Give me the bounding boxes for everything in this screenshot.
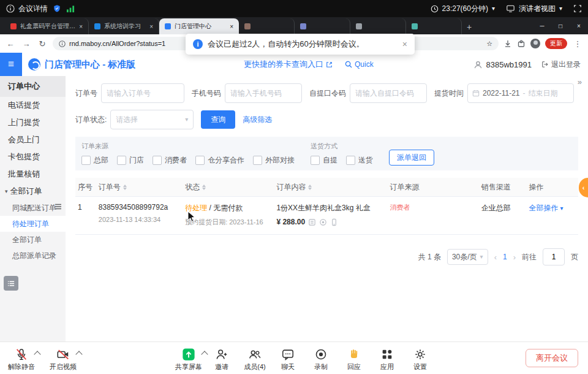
browser-tab[interactable] xyxy=(295,18,350,34)
panel-collapse-chevrons-icon[interactable]: » xyxy=(578,77,582,86)
download-icon[interactable] xyxy=(503,39,512,48)
meeting-info[interactable]: 会议详情 xyxy=(6,4,48,14)
reactions-button[interactable]: 回应 xyxy=(337,345,371,372)
date-range-picker[interactable]: 2022-11-21 - 结束日期 xyxy=(467,83,574,103)
floating-list-widget[interactable] xyxy=(4,276,18,291)
network-signal-icon[interactable] xyxy=(66,5,75,13)
page-number-current[interactable]: 1 xyxy=(503,253,507,261)
sidebar-item-door-pickup[interactable]: 上门提货 xyxy=(0,114,66,131)
sidebar-sub-all-orders[interactable]: 全部订单 xyxy=(0,232,66,248)
browser-update-button[interactable]: 更新 xyxy=(545,38,567,49)
next-page-button[interactable]: › xyxy=(513,253,516,262)
invite-button[interactable]: 邀请 xyxy=(205,345,238,372)
col-actions: 操作 xyxy=(529,182,578,193)
order-channel-icon[interactable] xyxy=(319,218,327,226)
checkbox-source-consumer[interactable]: 消费者 xyxy=(153,155,187,166)
forward-button[interactable]: → xyxy=(21,39,32,48)
dispatch-return-button[interactable]: 派单退回 xyxy=(389,150,434,166)
tab-close-icon[interactable]: × xyxy=(230,23,233,30)
phone-input[interactable] xyxy=(225,83,302,103)
browser-tab-active[interactable]: 门店管理中心 × xyxy=(159,18,239,34)
all-actions-dropdown[interactable]: 全部操作 ▾ xyxy=(529,203,578,213)
browser-tab[interactable] xyxy=(406,18,462,34)
pickup-code-input[interactable] xyxy=(350,83,427,103)
checkbox-source-coop[interactable]: 仓分享合作 xyxy=(195,155,244,166)
invite-person-icon xyxy=(215,348,228,361)
mic-options-caret[interactable] xyxy=(34,351,40,357)
browser-menu-icon[interactable]: ⋮ xyxy=(572,39,583,48)
order-number[interactable]: 8385934508899792a xyxy=(99,203,185,212)
sidebar-item-phone-pickup[interactable]: 电话提货 xyxy=(0,97,66,114)
video-options-caret[interactable] xyxy=(75,351,82,357)
share-screen-button[interactable]: 共享屏幕 xyxy=(172,345,205,372)
menu-hamburger-button[interactable]: ≡ xyxy=(0,53,22,76)
refresh-button[interactable]: ↻ xyxy=(37,39,48,48)
col-status[interactable]: 状态 xyxy=(185,182,276,193)
order-device-icon[interactable] xyxy=(330,218,338,226)
leave-meeting-button[interactable]: 离开会议 xyxy=(526,349,578,367)
table-row[interactable]: 1 8385934508899792a 2023-11-13 14:33:34 … xyxy=(75,197,578,235)
checkbox-source-hq[interactable]: 总部 xyxy=(81,155,108,166)
delivery-method-label: 送货方式 xyxy=(311,142,373,151)
checkbox-source-store[interactable]: 门店 xyxy=(117,155,144,166)
checkbox-source-external[interactable]: 外部对接 xyxy=(253,155,295,166)
order-status-select[interactable]: 请选择 ▾ xyxy=(110,110,194,129)
extensions-puzzle-icon[interactable] xyxy=(517,39,526,48)
back-button[interactable]: ← xyxy=(5,39,16,48)
checkbox-delivery-pickup[interactable]: 自提 xyxy=(311,155,337,166)
prev-page-button[interactable]: ‹ xyxy=(494,253,497,262)
sidebar-item-member-visit[interactable]: 会员上门 xyxy=(0,131,66,148)
settings-button[interactable]: 设置 xyxy=(404,345,437,372)
goto-label: 前往 xyxy=(522,252,537,262)
date-start[interactable]: 2022-11-21 xyxy=(483,89,520,97)
chat-button[interactable]: 聊天 xyxy=(271,345,304,372)
view-mode-selector[interactable]: 演讲者视图 ▾ xyxy=(506,4,562,14)
browser-tab[interactable] xyxy=(239,18,295,34)
apps-button[interactable]: 应用 xyxy=(371,345,404,372)
sidebar-item-all-orders-group[interactable]: ▾ 全部订单 xyxy=(0,183,66,200)
tab-close-icon[interactable]: × xyxy=(79,23,83,30)
start-video-button[interactable]: 开启视频 xyxy=(47,345,80,372)
logout-button[interactable]: 退出登录 xyxy=(541,59,581,70)
order-note-icon[interactable] xyxy=(308,218,316,226)
fullscreen-icon[interactable] xyxy=(573,4,582,13)
unmute-button[interactable]: 解除静音 xyxy=(5,345,38,372)
browser-tab[interactable]: 系统培训学习 × xyxy=(89,18,159,34)
sidebar-collapse-handle[interactable] xyxy=(54,202,62,211)
window-minimize-button[interactable]: ─ xyxy=(533,17,551,34)
browser-tab[interactable]: 礼盒票码平台管理中心 × xyxy=(5,18,89,34)
sort-icon[interactable] xyxy=(308,183,312,192)
sidebar-sub-pending-orders[interactable]: 待处理订单 xyxy=(0,216,66,232)
shield-check-icon[interactable] xyxy=(53,4,61,13)
members-button[interactable]: 成员(4) xyxy=(238,345,271,372)
cell-source: 消费者 xyxy=(390,203,481,212)
browser-profile-avatar[interactable] xyxy=(530,39,540,48)
new-tab-button[interactable]: + xyxy=(462,20,477,34)
sort-icon[interactable] xyxy=(202,183,206,192)
col-content[interactable]: 订单内容 xyxy=(276,182,390,193)
advanced-filter-link[interactable]: 高级筛选 xyxy=(243,115,272,125)
meeting-timer[interactable]: 23:27(60分钟) ▾ xyxy=(431,4,495,14)
goto-page-input[interactable] xyxy=(543,248,565,265)
coupon-query-link[interactable]: 更快捷的券卡查询入口 xyxy=(244,59,333,70)
user-account[interactable]: 8385wb1991 xyxy=(473,60,532,69)
toast-close-icon[interactable]: × xyxy=(402,39,407,49)
checkbox-delivery-ship[interactable]: 送货 xyxy=(346,155,373,166)
window-close-button[interactable]: × xyxy=(570,17,588,34)
browser-tab[interactable] xyxy=(350,18,406,34)
page-size-select[interactable]: 30条/页 ▾ xyxy=(447,249,488,265)
search-button[interactable]: 查询 xyxy=(201,110,235,129)
col-order-no[interactable]: 订单号 xyxy=(99,182,185,193)
date-end-placeholder[interactable]: 结束日期 xyxy=(529,88,558,99)
sort-icon[interactable] xyxy=(123,183,127,192)
sidebar-sub-hq-dispatch[interactable]: 总部派单记录 xyxy=(0,248,66,264)
sidebar-item-batch-verify[interactable]: 批量核销 xyxy=(0,166,66,183)
quick-search-link[interactable]: Quick xyxy=(345,60,374,69)
record-button[interactable]: 录制 xyxy=(304,345,337,372)
tab-close-icon[interactable]: × xyxy=(149,23,153,30)
sidebar-item-card-pickup[interactable]: 卡包提货 xyxy=(0,148,66,166)
site-info-icon[interactable] xyxy=(59,40,66,47)
window-maximize-button[interactable]: □ xyxy=(551,17,570,34)
order-no-input[interactable] xyxy=(101,83,184,103)
bookmark-star-icon[interactable]: ☆ xyxy=(486,40,492,48)
